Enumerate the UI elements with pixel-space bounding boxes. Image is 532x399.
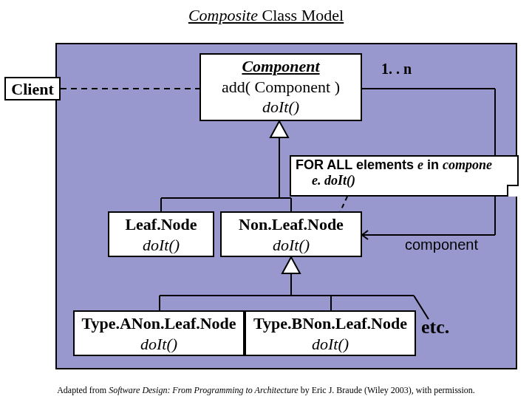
component-box: Component add( Component ) doIt() xyxy=(200,53,362,121)
note-ital: compone xyxy=(443,157,492,172)
nonleafnode-op: doIt() xyxy=(226,235,356,256)
client-label: Client xyxy=(11,80,53,98)
nonleafnode-name: Non.Leaf.Node xyxy=(226,214,356,235)
association-label: component xyxy=(405,236,478,253)
note-box: FOR ALL elements e in compone e. doIt() xyxy=(290,155,519,197)
diagram-title: Composite Class Model xyxy=(0,6,532,25)
credit-line: Adapted from Software Design: From Progr… xyxy=(0,385,532,396)
note-fold-icon xyxy=(507,185,519,197)
title-italic: Composite xyxy=(188,6,258,24)
typea-box: Type.ANon.Leaf.Node doIt() xyxy=(73,310,245,356)
typea-name: Type.ANon.Leaf.Node xyxy=(79,313,239,334)
typea-op: doIt() xyxy=(79,334,239,355)
credit-suffix: by Eric J. Braude (Wiley 2003), with per… xyxy=(299,385,475,395)
title-rest: Class Model xyxy=(258,6,344,24)
component-name: Component xyxy=(205,56,356,77)
etc-label: etc. xyxy=(421,316,449,338)
note-prefix: FOR ALL elements xyxy=(296,157,417,172)
note-suffix: in xyxy=(423,157,443,172)
leafnode-name: Leaf.Node xyxy=(114,214,208,235)
leafnode-op: doIt() xyxy=(114,235,208,256)
nonleafnode-box: Non.Leaf.Node doIt() xyxy=(220,211,362,257)
leafnode-box: Leaf.Node doIt() xyxy=(108,211,214,257)
credit-prefix: Adapted from xyxy=(57,385,109,395)
component-op-add: add( Component ) xyxy=(205,77,356,98)
note-line2: e. doIt() xyxy=(312,173,355,188)
typeb-box: Type.BNon.Leaf.Node doIt() xyxy=(245,310,416,356)
component-op-doit: doIt() xyxy=(205,97,356,117)
client-box: Client xyxy=(4,77,61,100)
note-var: e xyxy=(417,157,423,172)
multiplicity-label: 1. . n xyxy=(381,61,412,78)
credit-book: Software Design: From Programming to Arc… xyxy=(109,385,299,395)
typeb-name: Type.BNon.Leaf.Node xyxy=(250,313,410,334)
typeb-op: doIt() xyxy=(250,334,410,355)
